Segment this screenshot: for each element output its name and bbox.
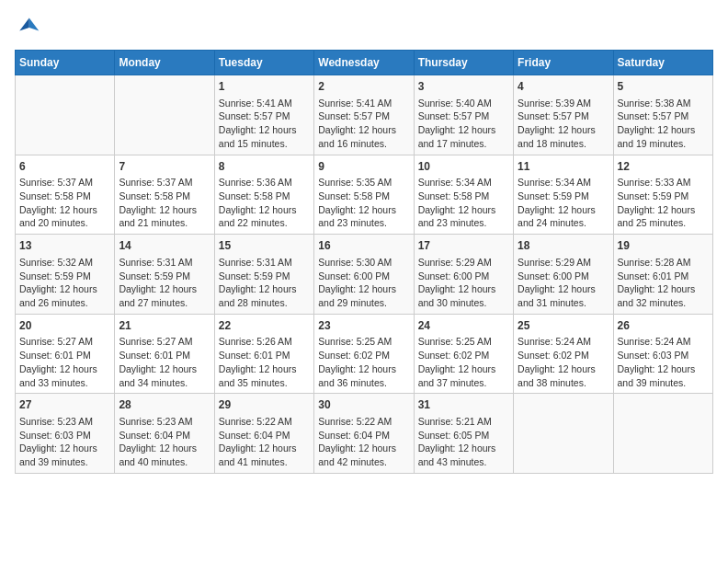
svg-marker-0 <box>29 18 40 31</box>
calendar-day-cell: 12Sunrise: 5:33 AMSunset: 5:59 PMDayligh… <box>613 155 712 235</box>
day-info: Sunrise: 5:28 AMSunset: 6:01 PMDaylight:… <box>618 256 709 310</box>
calendar-day-cell: 10Sunrise: 5:34 AMSunset: 5:58 PMDayligh… <box>414 155 513 235</box>
day-info: Sunrise: 5:30 AMSunset: 6:00 PMDaylight:… <box>318 256 409 310</box>
weekday-header: Tuesday <box>214 51 313 75</box>
calendar-day-cell: 23Sunrise: 5:25 AMSunset: 6:02 PMDayligh… <box>314 314 414 394</box>
day-info: Sunrise: 5:31 AMSunset: 5:59 PMDaylight:… <box>219 256 310 310</box>
day-info: Sunrise: 5:21 AMSunset: 6:05 PMDaylight:… <box>418 415 509 469</box>
day-info: Sunrise: 5:33 AMSunset: 5:59 PMDaylight:… <box>618 176 709 230</box>
day-info: Sunrise: 5:25 AMSunset: 6:02 PMDaylight:… <box>418 335 509 389</box>
day-info: Sunrise: 5:27 AMSunset: 6:01 PMDaylight:… <box>119 335 210 389</box>
weekday-header: Thursday <box>414 51 513 75</box>
calendar-day-cell <box>514 394 613 474</box>
calendar-day-cell: 3Sunrise: 5:40 AMSunset: 5:57 PMDaylight… <box>414 75 513 155</box>
calendar-table: SundayMondayTuesdayWednesdayThursdayFrid… <box>15 50 713 474</box>
day-number: 9 <box>318 159 409 175</box>
calendar-day-cell: 5Sunrise: 5:38 AMSunset: 5:57 PMDaylight… <box>613 75 712 155</box>
day-info: Sunrise: 5:37 AMSunset: 5:58 PMDaylight:… <box>119 176 210 230</box>
day-number: 13 <box>19 238 110 254</box>
calendar-day-cell: 24Sunrise: 5:25 AMSunset: 6:02 PMDayligh… <box>414 314 513 394</box>
day-info: Sunrise: 5:40 AMSunset: 5:57 PMDaylight:… <box>418 97 509 151</box>
calendar-day-cell: 4Sunrise: 5:39 AMSunset: 5:57 PMDaylight… <box>514 75 613 155</box>
day-info: Sunrise: 5:22 AMSunset: 6:04 PMDaylight:… <box>318 415 409 469</box>
calendar-day-cell: 21Sunrise: 5:27 AMSunset: 6:01 PMDayligh… <box>115 314 214 394</box>
weekday-header: Monday <box>115 51 214 75</box>
day-info: Sunrise: 5:31 AMSunset: 5:59 PMDaylight:… <box>119 256 210 310</box>
calendar-day-cell: 19Sunrise: 5:28 AMSunset: 6:01 PMDayligh… <box>613 235 712 315</box>
calendar-week-row: 6Sunrise: 5:37 AMSunset: 5:58 PMDaylight… <box>16 155 713 235</box>
calendar-day-cell: 11Sunrise: 5:34 AMSunset: 5:59 PMDayligh… <box>514 155 613 235</box>
day-number: 24 <box>418 318 509 334</box>
calendar-day-cell <box>115 75 214 155</box>
day-info: Sunrise: 5:32 AMSunset: 5:59 PMDaylight:… <box>19 256 110 310</box>
day-info: Sunrise: 5:36 AMSunset: 5:58 PMDaylight:… <box>219 176 310 230</box>
calendar-day-cell: 30Sunrise: 5:22 AMSunset: 6:04 PMDayligh… <box>314 394 414 474</box>
calendar-day-cell: 26Sunrise: 5:24 AMSunset: 6:03 PMDayligh… <box>613 314 712 394</box>
day-info: Sunrise: 5:41 AMSunset: 5:57 PMDaylight:… <box>219 97 310 151</box>
day-info: Sunrise: 5:25 AMSunset: 6:02 PMDaylight:… <box>318 335 409 389</box>
calendar-day-cell: 22Sunrise: 5:26 AMSunset: 6:01 PMDayligh… <box>214 314 313 394</box>
day-number: 3 <box>418 79 509 95</box>
page-header <box>15 15 713 40</box>
calendar-day-cell: 28Sunrise: 5:23 AMSunset: 6:04 PMDayligh… <box>115 394 214 474</box>
calendar-day-cell: 29Sunrise: 5:22 AMSunset: 6:04 PMDayligh… <box>214 394 313 474</box>
day-number: 4 <box>518 79 609 95</box>
calendar-day-cell: 2Sunrise: 5:41 AMSunset: 5:57 PMDaylight… <box>314 75 414 155</box>
calendar-header: SundayMondayTuesdayWednesdayThursdayFrid… <box>16 51 713 75</box>
calendar-day-cell <box>613 394 712 474</box>
day-number: 30 <box>318 397 409 413</box>
calendar-day-cell: 6Sunrise: 5:37 AMSunset: 5:58 PMDaylight… <box>16 155 115 235</box>
day-number: 12 <box>618 159 709 175</box>
calendar-body: 1Sunrise: 5:41 AMSunset: 5:57 PMDaylight… <box>16 75 713 474</box>
day-info: Sunrise: 5:39 AMSunset: 5:57 PMDaylight:… <box>518 97 609 151</box>
day-number: 16 <box>318 238 409 254</box>
calendar-day-cell: 17Sunrise: 5:29 AMSunset: 6:00 PMDayligh… <box>414 235 513 315</box>
day-info: Sunrise: 5:27 AMSunset: 6:01 PMDaylight:… <box>19 335 110 389</box>
calendar-week-row: 20Sunrise: 5:27 AMSunset: 6:01 PMDayligh… <box>16 314 713 394</box>
svg-marker-1 <box>19 18 29 31</box>
day-info: Sunrise: 5:23 AMSunset: 6:04 PMDaylight:… <box>119 415 210 469</box>
weekday-header: Sunday <box>16 51 115 75</box>
day-number: 2 <box>318 79 409 95</box>
day-number: 8 <box>219 159 310 175</box>
day-info: Sunrise: 5:38 AMSunset: 5:57 PMDaylight:… <box>618 97 709 151</box>
day-info: Sunrise: 5:34 AMSunset: 5:59 PMDaylight:… <box>518 176 609 230</box>
calendar-day-cell: 13Sunrise: 5:32 AMSunset: 5:59 PMDayligh… <box>16 235 115 315</box>
calendar-day-cell: 18Sunrise: 5:29 AMSunset: 6:00 PMDayligh… <box>514 235 613 315</box>
day-info: Sunrise: 5:35 AMSunset: 5:58 PMDaylight:… <box>318 176 409 230</box>
day-number: 28 <box>119 397 210 413</box>
calendar-day-cell: 20Sunrise: 5:27 AMSunset: 6:01 PMDayligh… <box>16 314 115 394</box>
calendar-day-cell: 9Sunrise: 5:35 AMSunset: 5:58 PMDaylight… <box>314 155 414 235</box>
day-number: 5 <box>618 79 709 95</box>
day-number: 10 <box>418 159 509 175</box>
day-number: 6 <box>19 159 110 175</box>
day-number: 27 <box>19 397 110 413</box>
day-info: Sunrise: 5:41 AMSunset: 5:57 PMDaylight:… <box>318 97 409 151</box>
day-info: Sunrise: 5:23 AMSunset: 6:03 PMDaylight:… <box>19 415 110 469</box>
calendar-week-row: 27Sunrise: 5:23 AMSunset: 6:03 PMDayligh… <box>16 394 713 474</box>
calendar-day-cell: 27Sunrise: 5:23 AMSunset: 6:03 PMDayligh… <box>16 394 115 474</box>
calendar-day-cell: 25Sunrise: 5:24 AMSunset: 6:02 PMDayligh… <box>514 314 613 394</box>
day-info: Sunrise: 5:34 AMSunset: 5:58 PMDaylight:… <box>418 176 509 230</box>
day-number: 23 <box>318 318 409 334</box>
day-number: 25 <box>518 318 609 334</box>
day-info: Sunrise: 5:24 AMSunset: 6:02 PMDaylight:… <box>518 335 609 389</box>
calendar-week-row: 1Sunrise: 5:41 AMSunset: 5:57 PMDaylight… <box>16 75 713 155</box>
day-info: Sunrise: 5:37 AMSunset: 5:58 PMDaylight:… <box>19 176 110 230</box>
calendar-day-cell: 14Sunrise: 5:31 AMSunset: 5:59 PMDayligh… <box>115 235 214 315</box>
logo <box>15 15 44 40</box>
logo-icon <box>15 15 40 40</box>
day-info: Sunrise: 5:29 AMSunset: 6:00 PMDaylight:… <box>518 256 609 310</box>
calendar-day-cell: 31Sunrise: 5:21 AMSunset: 6:05 PMDayligh… <box>414 394 513 474</box>
calendar-day-cell: 15Sunrise: 5:31 AMSunset: 5:59 PMDayligh… <box>214 235 313 315</box>
day-number: 11 <box>518 159 609 175</box>
day-number: 21 <box>119 318 210 334</box>
calendar-day-cell <box>16 75 115 155</box>
day-number: 1 <box>219 79 310 95</box>
day-number: 7 <box>119 159 210 175</box>
calendar-day-cell: 8Sunrise: 5:36 AMSunset: 5:58 PMDaylight… <box>214 155 313 235</box>
calendar-day-cell: 16Sunrise: 5:30 AMSunset: 6:00 PMDayligh… <box>314 235 414 315</box>
day-number: 31 <box>418 397 509 413</box>
weekday-header: Wednesday <box>314 51 414 75</box>
day-number: 22 <box>219 318 310 334</box>
